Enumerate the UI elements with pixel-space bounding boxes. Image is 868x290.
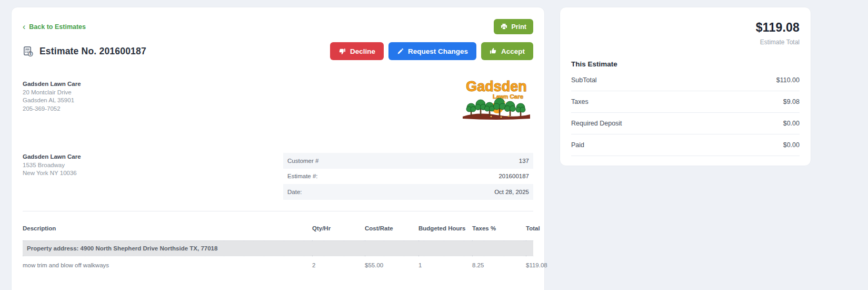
summary-card: $119.08 Estimate Total This Estimate Sub… <box>560 7 811 166</box>
estimate-total-caption: Estimate Total <box>571 38 800 46</box>
printer-icon <box>501 23 507 30</box>
thumbs-up-icon <box>490 47 497 55</box>
summary-rows: SubTotal $110.00 Taxes $9.08 Required De… <box>571 70 800 156</box>
estimate-total-amount: $119.08 <box>571 21 800 35</box>
company-address-line1: 20 Montclair Drive <box>23 89 81 97</box>
title-row: $ Estimate No. 201600187 De <box>23 42 533 60</box>
line-item-row: mow trim and blow off walkways 2 $55.00 … <box>23 256 533 274</box>
column-header-taxes-pct: Taxes % <box>472 211 526 241</box>
property-address-row: Property address: 4900 North Shepherd Dr… <box>23 240 533 256</box>
logo-trees <box>466 98 525 116</box>
meta-value: Oct 28, 2025 <box>494 189 529 195</box>
request-changes-button[interactable]: Request Changes <box>388 42 476 60</box>
summary-label: Required Deposit <box>571 120 622 127</box>
top-toolbar: ‹ Back to Estimates Print <box>23 19 533 34</box>
summary-value: $110.00 <box>776 76 800 84</box>
item-budgeted-hours: 1 <box>418 256 472 274</box>
meta-label: Customer # <box>287 158 318 164</box>
summary-label: Paid <box>571 141 584 149</box>
estimate-meta-table: Customer # 137 Estimate #: 201600187 Dat… <box>283 153 533 200</box>
customer-address-line1: 1535 Broadway <box>23 161 81 170</box>
column-header-qty-hr: Qty/Hr <box>312 211 365 241</box>
pencil-icon <box>397 48 404 55</box>
page: ‹ Back to Estimates Print <box>0 0 868 290</box>
estimate-invoice-icon: $ <box>23 46 34 57</box>
summary-value: $0.00 <box>783 141 800 149</box>
company-section: Gadsden Lawn Care 20 Montclair Drive Gad… <box>23 80 533 122</box>
item-description: mow trim and blow off walkways <box>23 256 312 274</box>
summary-row-paid: Paid $0.00 <box>571 134 800 156</box>
summary-row-required-deposit: Required Deposit $0.00 <box>571 113 800 134</box>
decline-button[interactable]: Decline <box>330 42 384 60</box>
company-phone: 205-369-7052 <box>23 105 81 113</box>
item-taxes-pct: 8.25 <box>472 256 526 274</box>
company-name: Gadsden Lawn Care <box>23 80 81 89</box>
property-address-text: Property address: 4900 North Shepherd Dr… <box>23 240 533 256</box>
estimate-actions: Decline Request Changes <box>330 42 533 60</box>
logo-ground <box>463 114 530 120</box>
column-header-total: Total <box>526 211 533 241</box>
column-header-description: Description <box>23 211 312 241</box>
customer-name: Gadsden Lawn Care <box>23 153 81 161</box>
item-qty: 2 <box>312 256 365 274</box>
meta-label: Estimate #: <box>287 173 318 179</box>
meta-value: 137 <box>519 158 529 164</box>
line-items-table: Description Qty/Hr Cost/Rate Budgeted Ho… <box>23 211 533 274</box>
logo-wordmark: Gadsden <box>466 79 527 94</box>
meta-row-date: Date: Oct 28, 2025 <box>283 184 533 200</box>
svg-text:$: $ <box>29 52 32 56</box>
back-link-label: Back to Estimates <box>29 23 86 31</box>
table-header-row: Description Qty/Hr Cost/Rate Budgeted Ho… <box>23 211 533 241</box>
summary-row-taxes: Taxes $9.08 <box>571 91 800 113</box>
meta-row-estimate-number: Estimate #: 201600187 <box>283 169 533 185</box>
request-changes-button-label: Request Changes <box>408 47 468 55</box>
print-button-label: Print <box>512 23 526 31</box>
column-header-budgeted-hours: Budgeted Hours <box>418 211 472 241</box>
back-to-estimates-link[interactable]: ‹ Back to Estimates <box>23 23 86 31</box>
decline-button-label: Decline <box>350 47 375 55</box>
estimate-card: ‹ Back to Estimates Print <box>11 7 545 290</box>
customer-section: Gadsden Lawn Care 1535 Broadway New York… <box>23 153 533 200</box>
meta-value: 201600187 <box>498 173 529 179</box>
print-button[interactable]: Print <box>494 19 533 34</box>
summary-value: $9.08 <box>783 98 800 105</box>
accept-button[interactable]: Accept <box>481 42 533 60</box>
company-logo: Gadsden Lawn Care <box>460 78 533 122</box>
thumbs-down-icon <box>338 47 346 55</box>
column-header-cost-rate: Cost/Rate <box>365 211 418 241</box>
page-title: Estimate No. 201600187 <box>39 46 146 57</box>
accept-button-label: Accept <box>501 47 525 55</box>
summary-label: Taxes <box>571 98 588 105</box>
customer-address: Gadsden Lawn Care 1535 Broadway New York… <box>23 153 81 178</box>
summary-value: $0.00 <box>783 120 800 127</box>
summary-label: SubTotal <box>571 76 597 84</box>
item-cost-rate: $55.00 <box>365 256 418 274</box>
company-address-line2: Gadsden AL 35901 <box>23 96 81 105</box>
meta-label: Date: <box>287 189 302 195</box>
company-address: Gadsden Lawn Care 20 Montclair Drive Gad… <box>23 80 81 113</box>
summary-row-subtotal: SubTotal $110.00 <box>571 70 800 91</box>
customer-address-line2: New York NY 10036 <box>23 169 81 178</box>
meta-row-customer-number: Customer # 137 <box>283 153 533 169</box>
summary-section-title: This Estimate <box>571 60 800 68</box>
item-total: $119.08 <box>526 256 533 274</box>
chevron-left-icon: ‹ <box>23 24 25 30</box>
